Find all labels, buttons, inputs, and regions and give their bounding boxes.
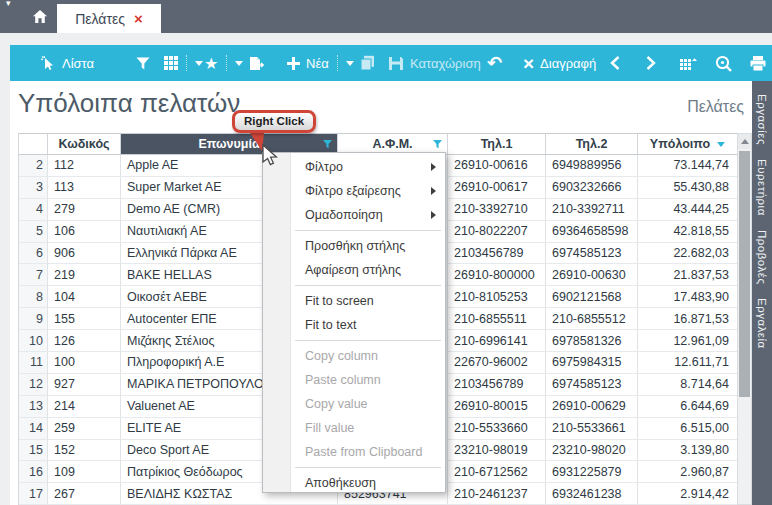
cell-code[interactable]: 259 <box>48 418 121 439</box>
header-ypoloipo[interactable]: Υπόλοιπο <box>638 134 738 154</box>
cell-tel1[interactable]: 210-8105253 <box>448 286 546 307</box>
header-eponymia[interactable]: Επωνυμία <box>121 134 338 154</box>
cell-num[interactable]: 12 <box>19 374 48 395</box>
header-tel1[interactable]: Τηλ.1 <box>448 134 546 154</box>
cell-num[interactable]: 4 <box>19 199 48 220</box>
cell-tel2[interactable]: 6931225879 <box>546 461 638 482</box>
chevron-down-icon[interactable] <box>235 61 243 66</box>
cell-balance[interactable]: 21.837,53 <box>638 264 738 285</box>
cell-tel2[interactable]: 23210-98020 <box>546 440 638 461</box>
header-kodikos[interactable]: Κωδικός <box>48 134 121 154</box>
cell-balance[interactable]: 22.682,03 <box>638 243 738 264</box>
cell-tel2[interactable]: 6978581326 <box>546 330 638 351</box>
save-button[interactable]: Καταχώριση <box>388 45 481 81</box>
scrollbar-thumb[interactable] <box>739 151 750 397</box>
context-menu-item[interactable]: Φίλτρο εξαίρεσης <box>263 179 445 203</box>
cell-balance[interactable]: 55.430,88 <box>638 177 738 198</box>
cell-tel2[interactable]: 6949889956 <box>546 155 638 176</box>
cell-balance[interactable]: 2.960,87 <box>638 461 738 482</box>
cell-balance[interactable]: 8.714,64 <box>638 374 738 395</box>
cell-balance[interactable]: 2.914,42 <box>638 483 738 504</box>
cell-code[interactable]: 906 <box>48 243 121 264</box>
cell-tel1[interactable]: 210-5533660 <box>448 418 546 439</box>
column-filter-icon[interactable] <box>433 140 442 149</box>
cell-tel2[interactable]: 26910-00630 <box>546 264 638 285</box>
cell-code[interactable]: 279 <box>48 199 121 220</box>
context-menu-item[interactable]: Προσθήκη στήλης <box>263 234 445 258</box>
cell-num[interactable]: 7 <box>19 264 48 285</box>
context-menu-item[interactable]: Φίλτρο <box>263 155 445 179</box>
cell-num[interactable]: 13 <box>19 396 48 417</box>
cell-balance[interactable]: 42.818,55 <box>638 221 738 242</box>
cell-tel2[interactable]: 26910-00629 <box>546 396 638 417</box>
cell-num[interactable]: 5 <box>19 221 48 242</box>
vertical-scrollbar[interactable] <box>737 133 752 505</box>
cell-code[interactable]: 155 <box>48 308 121 329</box>
cell-code[interactable]: 927 <box>48 374 121 395</box>
cell-tel1[interactable]: 2103456789 <box>448 243 546 264</box>
cell-tel1[interactable]: 23210-98019 <box>448 440 546 461</box>
tab-pelates[interactable]: Πελάτες × <box>57 4 161 33</box>
context-menu-item[interactable]: Αποθήκευση <box>263 471 445 495</box>
cell-tel1[interactable]: 26910-00616 <box>448 155 546 176</box>
delete-button[interactable]: × Διαγραφή <box>523 45 596 81</box>
cell-balance[interactable]: 17.483,90 <box>638 286 738 307</box>
scroll-up-button[interactable] <box>738 134 751 149</box>
favorites-split-button[interactable]: ★ <box>204 45 243 81</box>
filter-button[interactable] <box>136 45 150 81</box>
context-menu-item[interactable]: Fit to screen <box>263 289 445 313</box>
header-tel2[interactable]: Τηλ.2 <box>546 134 638 154</box>
cell-tel2[interactable]: 6932461238 <box>546 483 638 504</box>
cell-tel1[interactable]: 2103456789 <box>448 374 546 395</box>
header-afm[interactable]: Α.Φ.Μ. <box>338 134 448 154</box>
cell-code[interactable]: 106 <box>48 221 121 242</box>
cell-code[interactable]: 104 <box>48 286 121 307</box>
cell-num[interactable]: 8 <box>19 286 48 307</box>
cell-balance[interactable]: 6.515,00 <box>638 418 738 439</box>
cell-code[interactable]: 214 <box>48 396 121 417</box>
cell-tel2[interactable]: 6903232666 <box>546 177 638 198</box>
cell-tel2[interactable]: 6975984315 <box>546 352 638 373</box>
cell-tel2[interactable]: 69364658598 <box>546 221 638 242</box>
cell-tel1[interactable]: 22670-96002 <box>448 352 546 373</box>
cell-num[interactable]: 14 <box>19 418 48 439</box>
chevron-down-icon[interactable] <box>195 61 203 66</box>
sidebar-tab[interactable]: Προβολές <box>756 223 768 291</box>
cell-num[interactable]: 15 <box>19 440 48 461</box>
previous-record-button[interactable] <box>610 45 620 81</box>
cell-code[interactable]: 219 <box>48 264 121 285</box>
tab-close-icon[interactable]: × <box>134 11 143 26</box>
cell-code[interactable]: 112 <box>48 155 121 176</box>
sidebar-tab[interactable]: Εργασίες <box>756 87 768 152</box>
chevron-down-icon[interactable] <box>346 61 354 66</box>
cell-num[interactable]: 2 <box>19 155 48 176</box>
cell-tel2[interactable]: 210-5533661 <box>546 418 638 439</box>
cell-tel1[interactable]: 210-2461237 <box>448 483 546 504</box>
cell-num[interactable]: 6 <box>19 243 48 264</box>
cell-tel1[interactable]: 210-8022207 <box>448 221 546 242</box>
cell-tel2[interactable]: 6902121568 <box>546 286 638 307</box>
next-record-button[interactable] <box>646 45 656 81</box>
sidebar-tab[interactable]: Ευρετήρια <box>756 152 768 223</box>
grid-options-button[interactable] <box>680 45 697 81</box>
cell-balance[interactable]: 16.871,53 <box>638 308 738 329</box>
cell-tel1[interactable]: 210-6712562 <box>448 461 546 482</box>
column-filter-icon[interactable] <box>323 140 332 149</box>
cell-tel1[interactable]: 210-3392710 <box>448 199 546 220</box>
copy-button[interactable] <box>360 45 375 81</box>
cell-balance[interactable]: 6.644,69 <box>638 396 738 417</box>
cell-num[interactable]: 16 <box>19 461 48 482</box>
cell-code[interactable]: 100 <box>48 352 121 373</box>
cell-tel2[interactable]: 6974585123 <box>546 243 638 264</box>
cell-tel1[interactable]: 26910-00617 <box>448 177 546 198</box>
cell-num[interactable]: 11 <box>19 352 48 373</box>
cell-tel1[interactable]: 26910-80015 <box>448 396 546 417</box>
cell-code[interactable]: 267 <box>48 483 121 504</box>
window-menu-caret-icon[interactable]: ▾ <box>6 0 11 8</box>
print-button[interactable] <box>750 45 766 81</box>
cell-tel2[interactable]: 6974585123 <box>546 374 638 395</box>
search-button[interactable] <box>715 45 732 81</box>
cell-num[interactable]: 10 <box>19 330 48 351</box>
cell-balance[interactable]: 12.611,71 <box>638 352 738 373</box>
cell-balance[interactable]: 73.144,74 <box>638 155 738 176</box>
